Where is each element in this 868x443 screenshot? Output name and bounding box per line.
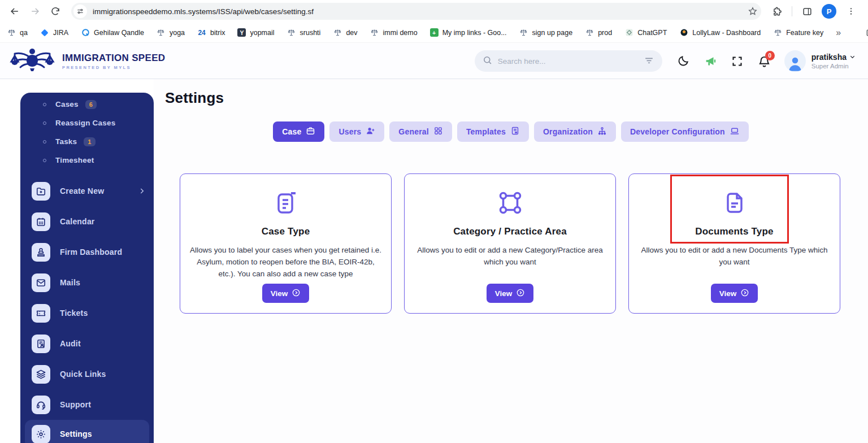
sidebar-item-mails[interactable]: Mails bbox=[20, 267, 154, 298]
extensions-icon[interactable] bbox=[768, 2, 786, 20]
bookmarks-bar: qa JIRA Gehilaw Qandle yoga 24bitrix Yyo… bbox=[0, 23, 868, 43]
settings-cards: Case Type Allows you to label your cases… bbox=[180, 173, 840, 314]
bookmark-label: yoga bbox=[170, 29, 185, 37]
sidebar-item-label: Calendar bbox=[60, 217, 95, 226]
view-case-type-button[interactable]: View bbox=[262, 284, 310, 303]
bookmark-bitrix[interactable]: 24bitrix bbox=[197, 28, 225, 37]
tab-developer-configuration[interactable]: Developer Configuration bbox=[621, 121, 749, 142]
browser-toolbar: immigrationspeeddemo.mls.systems/ISS/api… bbox=[0, 0, 868, 23]
eagle-scales-logo-icon bbox=[8, 47, 57, 75]
notification-badge: 0 bbox=[765, 51, 775, 60]
fullscreen-icon[interactable] bbox=[731, 55, 743, 67]
toolbar-divider bbox=[792, 6, 792, 16]
bookmark-yoga[interactable]: yoga bbox=[157, 28, 185, 37]
bookmarks-overflow-chevron[interactable]: » bbox=[836, 28, 841, 38]
ticket-icon bbox=[32, 304, 50, 323]
dark-mode-moon-icon[interactable] bbox=[677, 55, 689, 67]
user-avatar bbox=[784, 50, 806, 72]
view-button-label: View bbox=[495, 289, 513, 298]
bullet-icon bbox=[43, 159, 46, 162]
main-content: Settings Case Users General Templates Or… bbox=[154, 79, 868, 443]
sidebar-item-settings[interactable]: Settings bbox=[25, 420, 149, 443]
search-input[interactable] bbox=[498, 57, 638, 66]
bookmark-srushti[interactable]: srushti bbox=[287, 28, 321, 37]
tab-label: Templates bbox=[466, 127, 506, 136]
tab-general[interactable]: General bbox=[389, 121, 452, 142]
kebab-menu-icon[interactable] bbox=[842, 2, 860, 20]
headset-icon bbox=[32, 396, 50, 414]
browser-profile-avatar[interactable]: P bbox=[822, 4, 836, 19]
bookmark-label: Feature key bbox=[786, 29, 823, 37]
bookmark-feature-key[interactable]: Feature key bbox=[773, 28, 823, 37]
bookmark-label: bitrix bbox=[210, 29, 225, 37]
tab-label: Organization bbox=[543, 127, 593, 136]
bookmark-immi-demo[interactable]: immi demo bbox=[370, 28, 418, 37]
sidebar-item-tasks[interactable]: Tasks1 bbox=[20, 132, 154, 151]
sidebar-item-label: Support bbox=[60, 400, 91, 409]
tab-label: Developer Configuration bbox=[630, 127, 725, 136]
tab-users[interactable]: Users bbox=[329, 121, 384, 142]
bookmark-label: immi demo bbox=[383, 29, 418, 37]
view-category-button[interactable]: View bbox=[487, 284, 534, 303]
search-filter-icon[interactable] bbox=[644, 55, 654, 68]
tab-templates[interactable]: Templates bbox=[457, 121, 529, 142]
app-logo[interactable]: IMMIGRATION SPEED PRESENTED BY MYLS bbox=[8, 47, 165, 75]
side-panel-icon[interactable] bbox=[798, 2, 816, 20]
sidebar-item-cases[interactable]: Cases6 bbox=[20, 95, 154, 114]
chevron-down-icon bbox=[849, 53, 856, 62]
announcements-megaphone-icon[interactable] bbox=[704, 55, 717, 67]
scales-favicon bbox=[7, 28, 16, 37]
circle-arrow-icon bbox=[292, 288, 301, 299]
bookmark-label: prod bbox=[598, 29, 612, 37]
all-bookmarks-button[interactable]: All Bookmarks bbox=[866, 25, 868, 41]
address-bar[interactable]: immigrationspeeddemo.mls.systems/ISS/api… bbox=[71, 3, 761, 20]
bookmark-qa[interactable]: qa bbox=[7, 28, 28, 37]
grid-icon bbox=[433, 126, 443, 137]
audit-document-icon bbox=[32, 335, 50, 353]
bookmark-sign-up-page[interactable]: sign up page bbox=[519, 28, 573, 37]
scales-favicon bbox=[773, 28, 782, 37]
search-icon bbox=[483, 55, 492, 67]
sidebar-item-support[interactable]: Support bbox=[20, 389, 154, 420]
bookmark-jira[interactable]: JIRA bbox=[40, 28, 68, 37]
sidebar-item-audit[interactable]: Audit bbox=[20, 328, 154, 359]
sidebar-item-calendar[interactable]: Calendar bbox=[20, 206, 154, 237]
bookmark-label: JIRA bbox=[53, 29, 68, 37]
tab-label: Users bbox=[338, 127, 361, 136]
sidebar-item-firm-dashboard[interactable]: Firm Dashboard bbox=[20, 237, 154, 267]
bookmark-yopmail[interactable]: Yyopmail bbox=[237, 28, 274, 37]
view-documents-type-button[interactable]: View bbox=[711, 284, 758, 303]
global-search[interactable] bbox=[475, 50, 662, 72]
tab-case[interactable]: Case bbox=[273, 121, 324, 142]
user-menu[interactable]: pratiksha Super Admin bbox=[784, 50, 856, 72]
sidebar-item-create-new[interactable]: Create New bbox=[20, 176, 154, 206]
bookmark-chatgpt[interactable]: ChatGPT bbox=[624, 28, 667, 37]
url-text: immigrationspeeddemo.mls.systems/ISS/api… bbox=[93, 7, 748, 16]
bookmark-star-icon[interactable] bbox=[748, 6, 758, 16]
settings-tabs: Case Users General Templates Organizatio… bbox=[154, 121, 868, 142]
sidebar-item-label: Cases bbox=[55, 100, 79, 108]
back-icon[interactable] bbox=[6, 2, 24, 20]
card-category-practice-area: Category / Practice Area Allows you to e… bbox=[404, 173, 616, 314]
site-settings-icon[interactable] bbox=[73, 5, 87, 18]
sidebar-item-reassign-cases[interactable]: Reassign Cases bbox=[20, 114, 154, 132]
bookmark-label: LollyLaw - Dashboard bbox=[692, 29, 761, 37]
tab-label: General bbox=[398, 127, 429, 136]
forward-icon[interactable] bbox=[26, 2, 44, 20]
tab-organization[interactable]: Organization bbox=[534, 121, 616, 142]
sidebar-item-timesheet[interactable]: Timesheet bbox=[20, 151, 154, 170]
sidebar-item-tickets[interactable]: Tickets bbox=[20, 298, 154, 328]
reload-icon[interactable] bbox=[46, 2, 64, 20]
sidebar-item-quick-links[interactable]: Quick Links bbox=[20, 359, 154, 389]
bookmark-lollylaw[interactable]: LollyLaw - Dashboard bbox=[679, 28, 761, 37]
bitrix24-favicon: 24 bbox=[197, 28, 206, 37]
bookmark-prod[interactable]: prod bbox=[585, 28, 612, 37]
card-description: Allows you to edit or add a new Category… bbox=[414, 245, 606, 268]
sidebar-item-label: Settings bbox=[60, 429, 92, 438]
card-title: Case Type bbox=[262, 226, 310, 237]
bookmark-gehilaw-qandle[interactable]: Gehilaw Qandle bbox=[81, 28, 144, 37]
bookmark-dev[interactable]: dev bbox=[333, 28, 357, 37]
bookmark-label: qa bbox=[20, 29, 28, 37]
notifications-bell-icon[interactable]: 0 bbox=[758, 55, 771, 68]
bookmark-my-imp-links[interactable]: +My imp links - Goo... bbox=[430, 28, 507, 37]
